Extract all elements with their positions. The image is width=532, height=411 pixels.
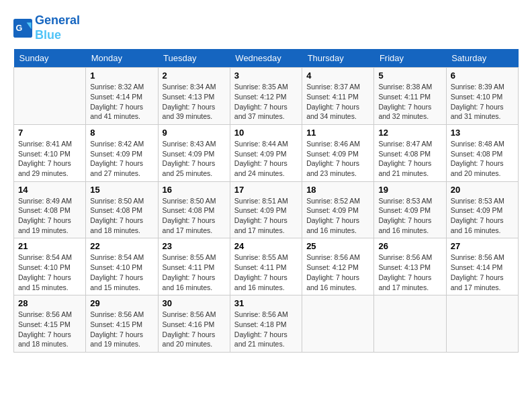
day-info: Sunrise: 8:50 AMSunset: 4:08 PMDaylight:… — [90, 196, 153, 236]
day-info: Sunrise: 8:53 AMSunset: 4:09 PMDaylight:… — [451, 196, 514, 236]
calendar-day-cell: 30Sunrise: 8:56 AMSunset: 4:16 PMDayligh… — [158, 295, 230, 353]
day-number: 22 — [90, 241, 153, 251]
calendar-week-row: 7Sunrise: 8:41 AMSunset: 4:10 PMDaylight… — [14, 124, 519, 181]
svg-text:G: G — [16, 24, 23, 33]
calendar-day-cell: 24Sunrise: 8:55 AMSunset: 4:11 PMDayligh… — [230, 238, 302, 295]
calendar-day-cell: 14Sunrise: 8:49 AMSunset: 4:08 PMDayligh… — [14, 181, 86, 238]
logo: G General Blue — [13, 13, 80, 42]
day-number: 21 — [18, 241, 81, 251]
day-info: Sunrise: 8:56 AMSunset: 4:15 PMDaylight:… — [90, 310, 153, 349]
weekday-header-saturday: Saturday — [446, 49, 518, 68]
calendar-week-row: 21Sunrise: 8:54 AMSunset: 4:10 PMDayligh… — [14, 238, 519, 295]
day-number: 31 — [234, 298, 298, 308]
calendar-day-cell — [374, 295, 446, 353]
day-info: Sunrise: 8:56 AMSunset: 4:13 PMDaylight:… — [378, 253, 441, 292]
weekday-header-row: SundayMondayTuesdayWednesdayThursdayFrid… — [14, 49, 519, 68]
day-number: 20 — [451, 185, 514, 195]
day-number: 17 — [234, 185, 298, 195]
calendar-day-cell: 27Sunrise: 8:56 AMSunset: 4:14 PMDayligh… — [446, 238, 518, 295]
day-info: Sunrise: 8:51 AMSunset: 4:09 PMDaylight:… — [234, 196, 298, 236]
calendar-day-cell: 28Sunrise: 8:56 AMSunset: 4:15 PMDayligh… — [14, 295, 86, 353]
calendar-day-cell: 6Sunrise: 8:39 AMSunset: 4:10 PMDaylight… — [446, 68, 518, 125]
day-info: Sunrise: 8:56 AMSunset: 4:18 PMDaylight:… — [234, 310, 298, 349]
day-info: Sunrise: 8:52 AMSunset: 4:09 PMDaylight:… — [306, 196, 369, 236]
calendar-day-cell: 13Sunrise: 8:48 AMSunset: 4:08 PMDayligh… — [446, 124, 518, 181]
calendar-day-cell: 19Sunrise: 8:53 AMSunset: 4:09 PMDayligh… — [374, 181, 446, 238]
day-info: Sunrise: 8:53 AMSunset: 4:09 PMDaylight:… — [378, 196, 441, 236]
day-number: 18 — [306, 185, 369, 195]
day-number: 14 — [18, 185, 81, 195]
day-number: 26 — [378, 241, 441, 251]
weekday-header-tuesday: Tuesday — [158, 49, 230, 68]
day-number: 19 — [378, 185, 441, 195]
weekday-header-sunday: Sunday — [14, 49, 86, 68]
logo-icon: G — [13, 19, 32, 38]
logo-text: General Blue — [35, 13, 80, 42]
day-number: 12 — [378, 128, 441, 138]
weekday-header-friday: Friday — [374, 49, 446, 68]
day-info: Sunrise: 8:37 AMSunset: 4:11 PMDaylight:… — [306, 82, 369, 122]
calendar-day-cell: 3Sunrise: 8:35 AMSunset: 4:12 PMDaylight… — [230, 68, 302, 125]
weekday-header-thursday: Thursday — [302, 49, 374, 68]
calendar-day-cell: 18Sunrise: 8:52 AMSunset: 4:09 PMDayligh… — [302, 181, 374, 238]
day-info: Sunrise: 8:55 AMSunset: 4:11 PMDaylight:… — [163, 253, 226, 292]
day-info: Sunrise: 8:35 AMSunset: 4:12 PMDaylight:… — [234, 82, 298, 122]
day-info: Sunrise: 8:39 AMSunset: 4:10 PMDaylight:… — [451, 82, 514, 122]
day-info: Sunrise: 8:54 AMSunset: 4:10 PMDaylight:… — [90, 253, 153, 292]
day-info: Sunrise: 8:56 AMSunset: 4:12 PMDaylight:… — [306, 253, 369, 292]
day-number: 29 — [90, 298, 153, 308]
day-number: 25 — [306, 241, 369, 251]
day-number: 6 — [451, 71, 514, 81]
calendar-day-cell: 29Sunrise: 8:56 AMSunset: 4:15 PMDayligh… — [86, 295, 158, 353]
day-number: 24 — [234, 241, 298, 251]
calendar-day-cell: 8Sunrise: 8:42 AMSunset: 4:09 PMDaylight… — [86, 124, 158, 181]
day-number: 11 — [306, 128, 369, 138]
day-info: Sunrise: 8:48 AMSunset: 4:08 PMDaylight:… — [451, 139, 514, 179]
page-header: G General Blue — [13, 13, 519, 42]
day-number: 15 — [90, 185, 153, 195]
calendar-day-cell — [302, 295, 374, 353]
day-info: Sunrise: 8:46 AMSunset: 4:09 PMDaylight:… — [306, 139, 369, 179]
calendar-day-cell — [14, 68, 86, 125]
day-info: Sunrise: 8:43 AMSunset: 4:09 PMDaylight:… — [163, 139, 226, 179]
weekday-header-wednesday: Wednesday — [230, 49, 302, 68]
day-info: Sunrise: 8:47 AMSunset: 4:08 PMDaylight:… — [378, 139, 441, 179]
day-info: Sunrise: 8:56 AMSunset: 4:15 PMDaylight:… — [18, 310, 81, 349]
day-number: 28 — [18, 298, 81, 308]
day-number: 1 — [90, 71, 153, 81]
day-info: Sunrise: 8:56 AMSunset: 4:14 PMDaylight:… — [451, 253, 514, 292]
day-info: Sunrise: 8:50 AMSunset: 4:08 PMDaylight:… — [163, 196, 226, 236]
calendar-day-cell: 31Sunrise: 8:56 AMSunset: 4:18 PMDayligh… — [230, 295, 302, 353]
day-number: 27 — [451, 241, 514, 251]
day-info: Sunrise: 8:55 AMSunset: 4:11 PMDaylight:… — [234, 253, 298, 292]
day-number: 9 — [163, 128, 226, 138]
calendar-day-cell — [446, 295, 518, 353]
day-number: 30 — [163, 298, 226, 308]
day-number: 4 — [306, 71, 369, 81]
calendar-day-cell: 20Sunrise: 8:53 AMSunset: 4:09 PMDayligh… — [446, 181, 518, 238]
day-number: 2 — [163, 71, 226, 81]
day-info: Sunrise: 8:44 AMSunset: 4:09 PMDaylight:… — [234, 139, 298, 179]
calendar-week-row: 28Sunrise: 8:56 AMSunset: 4:15 PMDayligh… — [14, 295, 519, 353]
day-info: Sunrise: 8:34 AMSunset: 4:13 PMDaylight:… — [163, 82, 226, 122]
calendar-day-cell: 7Sunrise: 8:41 AMSunset: 4:10 PMDaylight… — [14, 124, 86, 181]
calendar-day-cell: 11Sunrise: 8:46 AMSunset: 4:09 PMDayligh… — [302, 124, 374, 181]
calendar-week-row: 14Sunrise: 8:49 AMSunset: 4:08 PMDayligh… — [14, 181, 519, 238]
calendar-week-row: 1Sunrise: 8:32 AMSunset: 4:14 PMDaylight… — [14, 68, 519, 125]
day-number: 3 — [234, 71, 298, 81]
day-info: Sunrise: 8:54 AMSunset: 4:10 PMDaylight:… — [18, 253, 81, 292]
calendar-day-cell: 22Sunrise: 8:54 AMSunset: 4:10 PMDayligh… — [86, 238, 158, 295]
calendar-day-cell: 15Sunrise: 8:50 AMSunset: 4:08 PMDayligh… — [86, 181, 158, 238]
day-number: 7 — [18, 128, 81, 138]
calendar-day-cell: 4Sunrise: 8:37 AMSunset: 4:11 PMDaylight… — [302, 68, 374, 125]
calendar-day-cell: 5Sunrise: 8:38 AMSunset: 4:11 PMDaylight… — [374, 68, 446, 125]
calendar-day-cell: 17Sunrise: 8:51 AMSunset: 4:09 PMDayligh… — [230, 181, 302, 238]
day-number: 13 — [451, 128, 514, 138]
day-number: 5 — [378, 71, 441, 81]
day-number: 8 — [90, 128, 153, 138]
calendar-day-cell: 9Sunrise: 8:43 AMSunset: 4:09 PMDaylight… — [158, 124, 230, 181]
calendar-day-cell: 16Sunrise: 8:50 AMSunset: 4:08 PMDayligh… — [158, 181, 230, 238]
calendar-day-cell: 1Sunrise: 8:32 AMSunset: 4:14 PMDaylight… — [86, 68, 158, 125]
calendar-day-cell: 21Sunrise: 8:54 AMSunset: 4:10 PMDayligh… — [14, 238, 86, 295]
calendar-day-cell: 26Sunrise: 8:56 AMSunset: 4:13 PMDayligh… — [374, 238, 446, 295]
